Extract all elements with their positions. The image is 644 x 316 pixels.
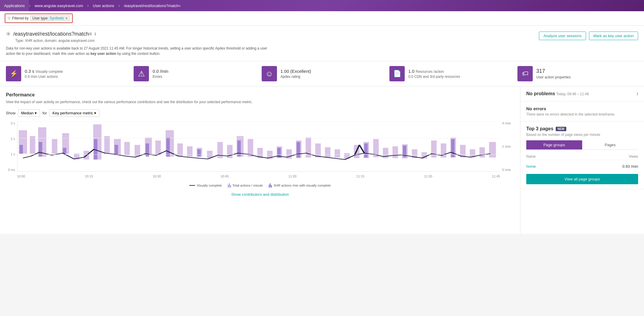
metric-resources-secondary: 0.0 CDN and 3rd party resources (408, 74, 460, 79)
col-views-header: Views (629, 154, 638, 159)
top-pages-desc: Based on the number of page views per mi… (526, 133, 638, 137)
chart-svg (17, 121, 500, 171)
metric-properties-icon: 🏷 (517, 66, 533, 81)
metric-properties: 🏷 317 User action properties (517, 66, 638, 81)
mark-key-action-button[interactable]: Mark as key user action (589, 32, 638, 40)
svg-rect-10 (124, 142, 130, 155)
page-subtitle: Type: XHR action, domain: angular.easytr… (6, 39, 539, 43)
x-1115: 11:15 (356, 175, 364, 178)
filter-box: ▽ Filtered by User type: Synthetic × (5, 14, 73, 23)
svg-rect-37 (393, 147, 398, 158)
chart-legend: Visually complete Total actions / minute… (6, 183, 514, 187)
metric-properties-primary: 317 (536, 68, 571, 75)
metric-apdex: ☺ 1.00 (Excellent) Apdex rating (262, 66, 382, 81)
svg-rect-30 (325, 147, 331, 158)
metric-speed-values: 0.3 s Visually complete 0.9 /min User ac… (25, 68, 63, 79)
info-icon[interactable]: ℹ (94, 32, 96, 36)
filter-close-button[interactable]: × (65, 16, 68, 21)
col-name-header: Name (526, 154, 536, 159)
no-errors-section: No errors There were no errors detected … (520, 101, 644, 121)
header-section: ✳ /easytravel/rest/locations?match= ℹ Ty… (0, 26, 644, 61)
svg-rect-41 (431, 141, 437, 158)
svg-rect-16 (187, 147, 192, 157)
legend-ta-label: Total actions / minute (233, 184, 263, 187)
median-dropdown[interactable]: Median ▾ (18, 109, 40, 117)
svg-rect-59 (364, 144, 368, 158)
problems-info-icon[interactable]: ℹ (637, 91, 638, 96)
performance-title: Performance (6, 92, 514, 98)
chart-container: 3 s 2 s 1 s 0 ms (6, 121, 514, 180)
show-contributors-link[interactable]: Show contributors and distribution (231, 192, 289, 197)
no-errors-title: No errors (526, 106, 638, 111)
page-title: /easytravel/rest/locations?match= (13, 31, 92, 37)
filter-bar: ▽ Filtered by User type: Synthetic × (0, 11, 644, 26)
top-pages-title: Top 3 pages (526, 126, 553, 131)
filter-icon: ▽ (8, 16, 10, 20)
x-1015: 10:15 (85, 175, 93, 178)
home-page-link[interactable]: home (526, 164, 536, 169)
chart-area (17, 121, 500, 172)
svg-rect-29 (315, 144, 321, 158)
svg-rect-1 (30, 136, 35, 154)
x-1130: 11:30 (424, 175, 432, 178)
metric-dropdown[interactable]: Key performance metric ▾ (49, 109, 99, 117)
analyze-sessions-button[interactable]: Analyze user sessions (539, 32, 586, 40)
legend-vc-label: Visually complete (197, 184, 222, 187)
metric-speed-primary: 0.3 s Visually complete (25, 68, 63, 74)
header-left: ✳ /easytravel/rest/locations?match= ℹ Ty… (6, 30, 539, 56)
tab-page-groups[interactable]: Page groups (526, 140, 582, 149)
svg-rect-15 (177, 144, 183, 157)
legend-total-actions: Total actions / minute (228, 183, 263, 187)
x-1100: 11:00 (288, 175, 297, 178)
metric-resources-values: 1.0 Resources /action 0.0 CDN and 3rd pa… (408, 68, 460, 79)
legend-line-icon (189, 185, 195, 186)
tab-pages[interactable]: Pages (582, 140, 638, 149)
metric-resources: 📄 1.0 Resources /action 0.0 CDN and 3rd … (389, 66, 510, 81)
left-panel: Performance View the impact of user acti… (0, 86, 520, 234)
show-contributors: Show contributors and distribution (6, 192, 514, 197)
metric-speed-secondary: 0.9 /min User actions (25, 74, 63, 79)
chart-y-left: 3 s 2 s 1 s 0 ms (6, 121, 16, 172)
metric-properties-label: User action properties (536, 75, 571, 80)
x-1045: 10:45 (220, 175, 229, 178)
svg-rect-31 (335, 149, 340, 157)
svg-rect-47 (489, 142, 496, 158)
svg-rect-52 (114, 145, 118, 155)
legend-xhr-label: XHR actions /min with visually complete (273, 184, 331, 187)
time-range: Today, 09:48 – 11:48 (556, 92, 589, 96)
breadcrumb-applications[interactable]: Applications (0, 0, 29, 11)
page-title-row: ✳ /easytravel/rest/locations?match= ℹ (6, 30, 539, 37)
breadcrumb-current[interactable]: /easytravel/rest/locations?match= (120, 0, 185, 11)
no-problems-row: No problems Today, 09:48 – 11:48 ℹ (526, 91, 638, 96)
for-label: for (42, 111, 47, 115)
view-all-page-groups-button[interactable]: View all page groups (526, 174, 638, 184)
y-label-2s: 2 s (6, 137, 15, 141)
svg-rect-22 (248, 139, 253, 157)
chart-y-right: 4 /min 2 /min 0 /min (501, 121, 514, 172)
y-label-3s: 3 s (6, 121, 15, 125)
legend-xhr-actions: XHR actions /min with visually complete (269, 183, 331, 187)
breadcrumb: Applications › www.angular.easytravel.co… (0, 0, 644, 11)
show-label: Show (6, 111, 16, 115)
breadcrumb-user-actions[interactable]: User actions (89, 0, 118, 11)
svg-rect-50 (63, 148, 67, 154)
svg-rect-58 (297, 142, 300, 158)
grid-line-1 (17, 121, 500, 122)
breadcrumb-domain[interactable]: www.angular.easytravel.com (30, 0, 87, 11)
legend-visually-complete: Visually complete (189, 184, 222, 187)
performance-desc: View the impact of user activity on perf… (6, 99, 514, 105)
svg-rect-11 (135, 145, 140, 157)
svg-rect-44 (460, 145, 466, 158)
filter-tag: User type: Synthetic × (30, 15, 70, 21)
filter-tag-key: User type: (32, 16, 49, 20)
metric-speed: ⚡ 0.3 s Visually complete 0.9 /min User … (6, 66, 127, 81)
metric-speed-icon: ⚡ (6, 66, 21, 81)
svg-rect-55 (197, 149, 201, 157)
svg-rect-48 (19, 145, 23, 154)
top-pages-section: Top 3 pages NEW Based on the number of p… (520, 121, 644, 189)
metric-apdex-primary: 1.00 (Excellent) (280, 68, 311, 74)
svg-rect-53 (146, 144, 149, 157)
filter-tag-value: Synthetic (50, 16, 64, 20)
metrics-row: ⚡ 0.3 s Visually complete 0.9 /min User … (0, 61, 644, 86)
table-header-row: Name Views (526, 153, 638, 160)
